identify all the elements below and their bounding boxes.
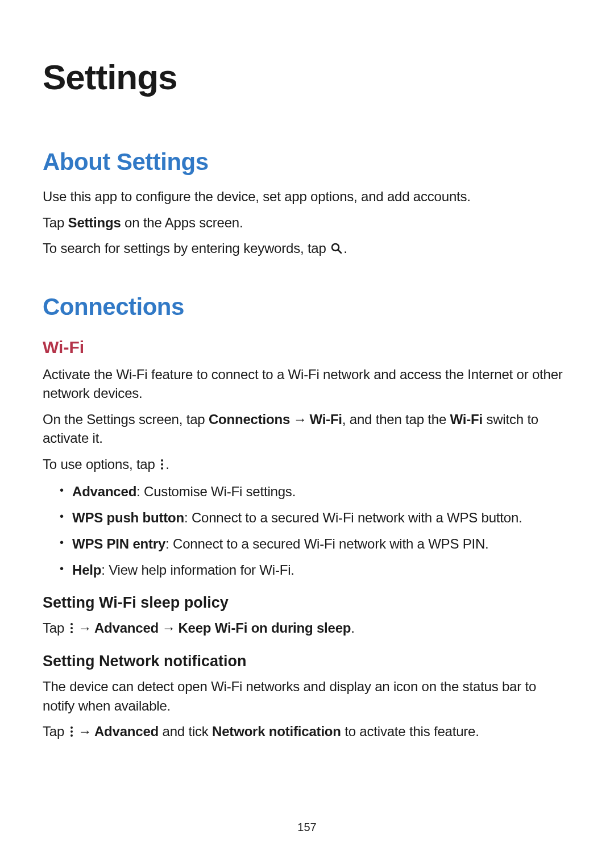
advanced-label: Advanced [94, 724, 159, 739]
svg-point-7 [70, 631, 73, 633]
connections-label: Connections [209, 412, 290, 427]
option-desc: : Connect to a secured Wi-Fi network wit… [165, 536, 488, 551]
connections-heading: Connections [43, 293, 571, 321]
network-notification-paragraph-2: Tap → Advanced and tick Network notifica… [43, 722, 571, 742]
text: Tap [43, 620, 68, 636]
option-desc: : Customise Wi-Fi settings. [136, 484, 296, 499]
settings-label: Settings [68, 215, 121, 230]
more-icon [69, 723, 74, 742]
network-notification-paragraph-1: The device can detect open Wi-Fi network… [43, 677, 571, 715]
text: Tap [43, 724, 68, 739]
svg-point-5 [70, 623, 73, 625]
arrow-icon: → [75, 724, 94, 739]
network-notification-heading: Setting Network notification [43, 653, 571, 670]
text: Tap [43, 215, 68, 230]
option-name: WPS push button [72, 510, 184, 525]
text: . [351, 620, 354, 636]
wifi-switch-label: Wi-Fi [450, 412, 483, 427]
about-paragraph-2: Tap Settings on the Apps screen. [43, 213, 571, 232]
keep-wifi-label: Keep Wi-Fi on during sleep [178, 620, 351, 636]
arrow-icon: → [75, 620, 94, 636]
wifi-label: Wi-Fi [309, 412, 342, 427]
svg-point-6 [70, 627, 73, 629]
more-icon [160, 456, 164, 475]
advanced-label: Advanced [94, 620, 159, 636]
arrow-icon: → [159, 620, 178, 636]
list-item: Help: View help information for Wi-Fi. [60, 560, 571, 580]
text: To search for settings by entering keywo… [43, 240, 330, 256]
more-icon [69, 620, 74, 639]
list-item: WPS push button: Connect to a secured Wi… [60, 508, 571, 528]
text: . [165, 456, 169, 472]
text: , and then tap the [342, 412, 450, 427]
option-name: Advanced [72, 484, 136, 499]
text: . [343, 240, 347, 256]
svg-point-3 [161, 463, 163, 466]
list-item: WPS PIN entry: Connect to a secured Wi-F… [60, 534, 571, 554]
text: on the Apps screen. [121, 215, 243, 230]
svg-line-1 [338, 250, 341, 253]
text: to activate this feature. [341, 724, 479, 739]
page-title: Settings [43, 57, 571, 97]
svg-point-9 [70, 730, 73, 733]
option-desc: : View help information for Wi-Fi. [101, 562, 294, 578]
page-number: 157 [0, 821, 614, 834]
option-desc: : Connect to a secured Wi-Fi network wit… [184, 510, 522, 525]
sleep-policy-heading: Setting Wi-Fi sleep policy [43, 594, 571, 612]
option-name: WPS PIN entry [72, 536, 165, 551]
svg-point-4 [161, 467, 163, 470]
wifi-paragraph-1: Activate the Wi-Fi feature to connect to… [43, 365, 571, 403]
text: On the Settings screen, tap [43, 412, 209, 427]
about-paragraph-1: Use this app to configure the device, se… [43, 187, 571, 206]
svg-point-2 [161, 459, 163, 462]
about-heading: About Settings [43, 148, 571, 176]
arrow-icon: → [290, 412, 309, 427]
wifi-options-list: Advanced: Customise Wi-Fi settings. WPS … [60, 481, 571, 580]
svg-point-8 [70, 726, 73, 729]
wifi-heading: Wi-Fi [43, 338, 571, 357]
about-paragraph-3: To search for settings by entering keywo… [43, 239, 571, 259]
network-notification-label: Network notification [212, 724, 341, 739]
svg-point-10 [70, 734, 73, 737]
sleep-policy-paragraph: Tap → Advanced → Keep Wi-Fi on during sl… [43, 618, 571, 638]
text: and tick [159, 724, 212, 739]
search-icon [331, 240, 342, 259]
wifi-paragraph-3: To use options, tap . [43, 455, 571, 475]
option-name: Help [72, 562, 101, 578]
wifi-paragraph-2: On the Settings screen, tap Connections … [43, 410, 571, 448]
list-item: Advanced: Customise Wi-Fi settings. [60, 481, 571, 502]
page-content: Settings About Settings Use this app to … [0, 0, 614, 742]
text: To use options, tap [43, 456, 159, 472]
